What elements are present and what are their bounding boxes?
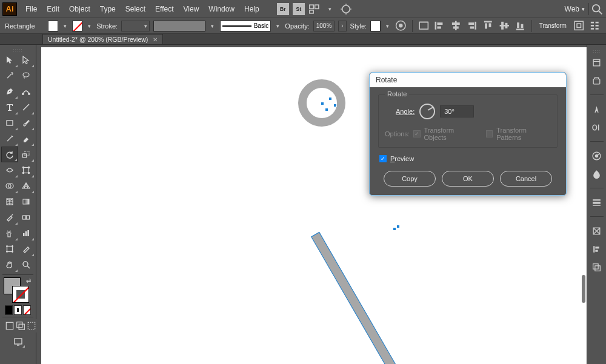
dialog-titlebar[interactable]: Rotate	[370, 73, 566, 87]
color-solid[interactable]	[5, 305, 13, 315]
menu-window[interactable]: Window	[204, 2, 239, 16]
stock-button[interactable]: St	[293, 3, 305, 15]
transform-link[interactable]: Transform	[537, 22, 569, 29]
recolor-art-icon[interactable]	[395, 20, 407, 32]
chevron-down-icon[interactable]: ▾	[86, 21, 93, 31]
stroke-weight-dropdown[interactable]: ▾	[121, 21, 150, 31]
column-graph-tool[interactable]	[18, 225, 35, 241]
gradient-tool[interactable]	[18, 194, 35, 210]
document-tab[interactable]: Untitled-2* @ 200% (RGB/Preview) ✕	[42, 34, 163, 44]
search-icon[interactable]	[590, 3, 604, 15]
lasso-tool[interactable]	[18, 68, 35, 84]
gpu-icon[interactable]	[340, 3, 352, 15]
overflow-icon[interactable]	[588, 20, 601, 32]
curvature-tool[interactable]	[18, 84, 35, 99]
mesh-tool[interactable]	[1, 194, 18, 210]
cancel-button[interactable]: Cancel	[500, 171, 552, 187]
hand-tool[interactable]	[1, 257, 18, 273]
menu-view[interactable]: View	[179, 2, 204, 16]
panel-grip[interactable]: ::::	[590, 48, 604, 52]
artboard-tool[interactable]	[1, 241, 18, 257]
menu-edit[interactable]: Edit	[42, 2, 64, 16]
swap-fill-stroke-icon[interactable]: ⇄	[26, 277, 31, 284]
stroke-swatch[interactable]	[72, 21, 82, 31]
selection-handle[interactable]	[321, 102, 324, 105]
opacity-popover-toggle[interactable]: ›	[338, 21, 346, 31]
color-none[interactable]	[23, 305, 31, 315]
align-panel-icon[interactable]	[589, 241, 605, 257]
align-hcenter-icon[interactable]	[450, 20, 462, 32]
pathfinder-panel-icon[interactable]	[589, 259, 605, 275]
screen-mode[interactable]	[11, 335, 25, 348]
draw-behind[interactable]	[16, 319, 25, 333]
menu-type[interactable]: Type	[95, 2, 121, 16]
width-tool[interactable]	[1, 162, 18, 178]
align-right-icon[interactable]	[465, 20, 478, 32]
preview-label[interactable]: Preview	[390, 155, 414, 162]
chevron-down-icon[interactable]: ▾	[275, 21, 281, 31]
scrollbar-thumb[interactable]	[582, 275, 585, 303]
properties-panel-icon[interactable]	[589, 55, 605, 70]
shape-builder-tool[interactable]	[1, 178, 18, 194]
draw-inside[interactable]	[27, 319, 36, 333]
selection-handle[interactable]	[333, 104, 337, 107]
workspace-switcher[interactable]: Web ▾	[562, 5, 587, 13]
menu-help[interactable]: Help	[239, 2, 264, 16]
libraries-panel-icon[interactable]	[589, 73, 605, 88]
magic-wand-tool[interactable]	[1, 68, 18, 84]
zoom-tool[interactable]	[18, 257, 35, 273]
selection-tool[interactable]	[1, 52, 18, 68]
isolate-icon[interactable]	[573, 20, 585, 32]
align-bottom-icon[interactable]	[514, 20, 527, 32]
direct-selection-tool[interactable]	[18, 52, 35, 68]
opacity-value[interactable]: 100%	[313, 21, 335, 31]
angle-input[interactable]	[440, 105, 474, 117]
align-to-icon[interactable]	[418, 20, 430, 32]
menu-effect[interactable]: Effect	[150, 2, 178, 16]
stroke-panel-icon[interactable]	[589, 194, 605, 210]
paintbrush-tool[interactable]	[18, 115, 35, 131]
variable-width-profile[interactable]	[153, 21, 205, 31]
preview-checkbox[interactable]: ✓	[379, 155, 387, 162]
type-tool[interactable]	[1, 99, 18, 115]
chevron-down-icon[interactable]: ▾	[384, 21, 391, 31]
symbols-panel-icon[interactable]	[589, 166, 605, 182]
line-tool[interactable]	[18, 99, 35, 115]
menu-file[interactable]: File	[21, 2, 42, 16]
color-gradient[interactable]	[14, 305, 22, 315]
color-panel-icon[interactable]	[589, 148, 605, 164]
graphic-style-swatch[interactable]	[370, 21, 381, 31]
rectangle-tool[interactable]	[1, 115, 18, 131]
pen-tool[interactable]	[1, 84, 18, 99]
panel-grip[interactable]: :::::	[1, 47, 35, 52]
arrange-docs-icon[interactable]	[308, 3, 321, 15]
copy-button[interactable]: Copy	[384, 171, 436, 187]
symbol-sprayer-tool[interactable]	[1, 225, 18, 241]
eyedropper-tool[interactable]	[1, 210, 18, 225]
perspective-grid-tool[interactable]	[18, 178, 35, 194]
free-transform-tool[interactable]	[18, 162, 35, 178]
fill-swatch[interactable]	[48, 21, 58, 31]
slice-tool[interactable]	[18, 241, 35, 257]
bridge-button[interactable]: Br	[277, 3, 289, 15]
chevron-down-icon[interactable]: ▾	[62, 21, 68, 31]
angle-dial[interactable]	[419, 104, 435, 119]
rotate-tool[interactable]	[1, 147, 18, 162]
brush-definition[interactable]: Basic	[220, 21, 271, 31]
menu-object[interactable]: Object	[64, 2, 95, 16]
align-vcenter-icon[interactable]	[498, 20, 511, 32]
chevron-down-icon[interactable]: ▾	[209, 21, 216, 31]
align-left-icon[interactable]	[433, 20, 446, 32]
stroke-color[interactable]	[12, 286, 29, 303]
selection-handle[interactable]	[396, 225, 400, 228]
app-logo[interactable]: Ai	[2, 2, 17, 16]
draw-normal[interactable]	[5, 319, 15, 333]
menu-select[interactable]: Select	[121, 2, 150, 16]
chevron-down-icon[interactable]: ▾	[324, 3, 336, 15]
glyphs-panel-icon[interactable]	[589, 119, 605, 135]
eraser-tool[interactable]	[18, 131, 35, 147]
selection-handle[interactable]	[328, 97, 332, 101]
shaper-tool[interactable]	[1, 131, 18, 147]
align-top-icon[interactable]	[482, 20, 494, 32]
ok-button[interactable]: OK	[442, 171, 494, 187]
